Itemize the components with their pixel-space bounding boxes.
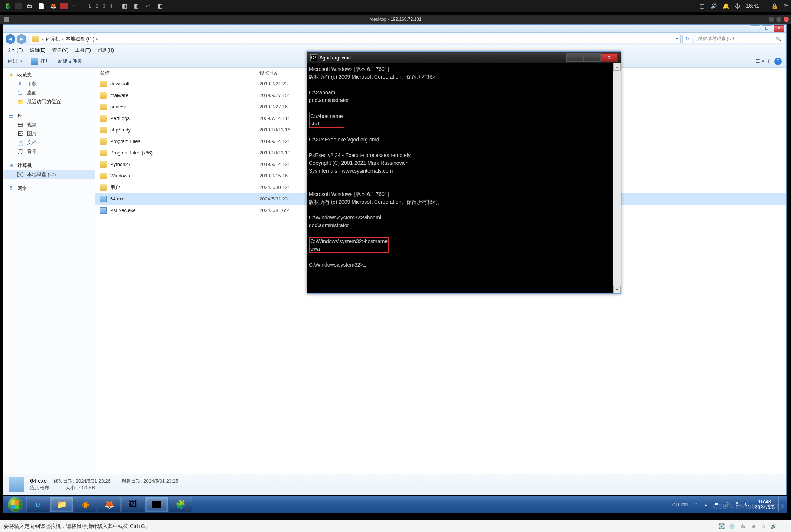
editor-icon[interactable]: 📄 xyxy=(36,2,46,10)
breadcrumb[interactable]: ▸ 计算机 ▸ 本地磁盘 (C:) ▸ ▼ xyxy=(30,35,681,43)
maximize-button[interactable]: ☐ xyxy=(762,25,772,32)
tray-language[interactable]: CH ⌨ xyxy=(672,502,689,507)
nav-forward-button[interactable]: ► xyxy=(17,34,26,44)
cmd-maximize-button[interactable]: ☐ xyxy=(584,53,601,62)
menu-file[interactable]: 文件(F) xyxy=(7,47,23,53)
taskbar-media[interactable]: ◉ xyxy=(74,497,97,512)
breadcrumb-drive[interactable]: 本地磁盘 (C:) xyxy=(66,36,94,42)
taskbar-app[interactable]: 🖼 xyxy=(121,497,144,512)
view-mode-icon[interactable]: ☷ ▾ xyxy=(756,58,764,64)
vm-drive-icon[interactable]: 💽 xyxy=(718,523,725,530)
workspace-3[interactable]: 3 xyxy=(102,3,105,9)
task-indicator-icon[interactable]: ◧ xyxy=(132,2,141,10)
vm-network-icon[interactable]: 🖧 xyxy=(739,523,746,530)
dropdown-icon[interactable]: ﹀ xyxy=(70,2,79,10)
cmd-scrollbar[interactable]: ▲ ▼ xyxy=(613,63,621,293)
cmd-output[interactable]: Microsoft Windows [版本 6.1.7601] 版权所有 (c)… xyxy=(307,63,613,293)
refresh-button[interactable]: ↻ xyxy=(682,35,692,43)
cmd-minimize-button[interactable]: — xyxy=(566,53,584,62)
task-indicator-icon[interactable]: ◧ xyxy=(120,2,130,10)
lock-icon[interactable]: 🔒 xyxy=(771,3,778,9)
menu-help[interactable]: 帮助(H) xyxy=(98,47,114,53)
column-name[interactable]: 名称 xyxy=(95,68,255,78)
kali-logo-icon[interactable]: 🐉 xyxy=(3,2,13,10)
breadcrumb-computer[interactable]: 计算机 xyxy=(46,36,60,42)
cmd-titlebar[interactable]: C:\ \\god.org: cmd — ☐ ✕ xyxy=(307,52,621,63)
scroll-up-icon[interactable]: ▲ xyxy=(613,63,621,71)
show-desktop-button[interactable] xyxy=(778,497,782,512)
scroll-track[interactable] xyxy=(613,71,621,286)
taskbar-app2[interactable]: 🧩 xyxy=(169,497,192,512)
workspace-1[interactable]: 1 xyxy=(88,3,91,9)
window-close-icon[interactable] xyxy=(784,17,789,22)
minimize-button[interactable]: — xyxy=(750,25,760,32)
search-input[interactable]: 搜索 本地磁盘 (C:) 🔍 xyxy=(695,35,784,43)
vm-usb-icon[interactable]: ⎙ xyxy=(760,523,767,530)
taskbar-ie[interactable]: e xyxy=(26,497,49,512)
sidebar-pictures[interactable]: 🖼图片 xyxy=(3,129,95,138)
search-icon[interactable]: 🔍 xyxy=(776,36,781,42)
terminal-icon[interactable] xyxy=(15,3,22,9)
sidebar-network[interactable]: 🖧网络 xyxy=(3,184,95,193)
vm-cd-icon[interactable]: 💿 xyxy=(729,523,735,530)
workspace-4[interactable]: 4 xyxy=(110,3,112,9)
sidebar-libraries[interactable]: 🗃库 xyxy=(3,111,95,120)
sidebar-local-disk-c[interactable]: 💽本地磁盘 (C:) xyxy=(3,170,95,179)
nav-back-button[interactable]: ◄ xyxy=(6,34,15,44)
volume-icon[interactable]: 🔊 xyxy=(710,3,717,9)
menu-tools[interactable]: 工具(T) xyxy=(75,47,91,53)
vm-display-icon[interactable]: 🖥 xyxy=(749,523,756,530)
sidebar-computer[interactable]: 🖥计算机 xyxy=(3,161,95,170)
sidebar-recent[interactable]: 📁最近访问的位置 xyxy=(3,97,95,106)
screen-icon[interactable]: ▢ xyxy=(700,3,705,9)
menu-edit[interactable]: 编辑(E) xyxy=(30,47,46,53)
sidebar-favorites[interactable]: ★收藏夹 xyxy=(3,71,95,79)
tray-volume-icon[interactable]: 🔊 xyxy=(723,501,730,508)
sidebar-videos-label: 视频 xyxy=(27,121,37,128)
workspace-switcher[interactable]: 1 2 3 4 xyxy=(88,3,112,9)
task-indicator-icon[interactable]: ◧ xyxy=(156,2,165,10)
help-icon[interactable]: ? xyxy=(774,58,782,65)
tray-flag-icon[interactable]: ⚑ xyxy=(713,501,720,508)
sidebar-videos[interactable]: 🎞视频 xyxy=(3,120,95,129)
tray-clock[interactable]: 16:43 2024/6/8 xyxy=(755,499,775,510)
files-icon[interactable]: 🗀 xyxy=(24,2,34,10)
cmd-close-button[interactable]: ✕ xyxy=(601,53,618,62)
taskbar-firefox[interactable]: 🦊 xyxy=(98,497,121,512)
open-button[interactable]: 打开 xyxy=(31,58,50,65)
window-maximize-icon[interactable] xyxy=(776,17,781,22)
task-indicator-icon[interactable]: ▭ xyxy=(144,2,153,10)
rdesktop-titlebar[interactable]: rdesktop - 192.168.72.131 xyxy=(0,15,791,24)
tray-shield-icon[interactable]: 🛡 xyxy=(744,501,751,508)
vm-sound-icon[interactable]: 🔊 xyxy=(770,523,777,530)
vm-fullscreen-icon[interactable]: ⛶ xyxy=(781,523,787,530)
sidebar-downloads[interactable]: ⬇下载 xyxy=(3,79,95,88)
firefox-icon[interactable]: 🦊 xyxy=(48,2,58,10)
new-folder-button[interactable]: 新建文件夹 xyxy=(58,58,82,65)
workspace-2[interactable]: 2 xyxy=(95,3,98,9)
tray-network-icon[interactable]: 🖧 xyxy=(734,501,741,508)
notification-icon[interactable]: 🔔 xyxy=(723,3,729,9)
organize-button[interactable]: 组织 ▼ xyxy=(8,58,23,65)
sidebar-music[interactable]: 🎵音乐 xyxy=(3,147,95,156)
breadcrumb-dropdown-icon[interactable]: ▼ xyxy=(675,37,679,41)
vm-icon[interactable] xyxy=(60,3,68,9)
taskbar-cmd[interactable] xyxy=(145,497,168,512)
preview-pane-icon[interactable]: ▯ xyxy=(768,58,771,64)
tray-help-icon[interactable]: ? xyxy=(692,501,699,508)
taskbar-explorer[interactable]: 📁 xyxy=(50,497,73,512)
explorer-sidebar: ★收藏夹 ⬇下载 🖵桌面 📁最近访问的位置 🗃库 🎞视频 🖼图片 📄文档 🎵音乐… xyxy=(3,68,95,474)
sidebar-desktop[interactable]: 🖵桌面 xyxy=(3,88,95,97)
logout-icon[interactable]: ⟳ xyxy=(784,3,788,9)
power-icon[interactable]: ⏻ xyxy=(735,3,740,9)
start-button[interactable] xyxy=(4,496,26,513)
details-type: 应用程序 xyxy=(30,485,49,490)
scroll-down-icon[interactable]: ▼ xyxy=(613,286,621,293)
cmd-window[interactable]: C:\ \\god.org: cmd — ☐ ✕ Microsoft Windo… xyxy=(307,51,621,294)
tray-expand-icon[interactable]: ▴ xyxy=(703,501,709,508)
menu-view[interactable]: 查看(V) xyxy=(52,47,68,53)
sidebar-documents[interactable]: 📄文档 xyxy=(3,138,95,147)
explorer-titlebar[interactable]: — ☐ ✕ xyxy=(3,25,786,33)
window-minimize-icon[interactable] xyxy=(769,17,774,22)
close-button[interactable]: ✕ xyxy=(774,25,784,32)
